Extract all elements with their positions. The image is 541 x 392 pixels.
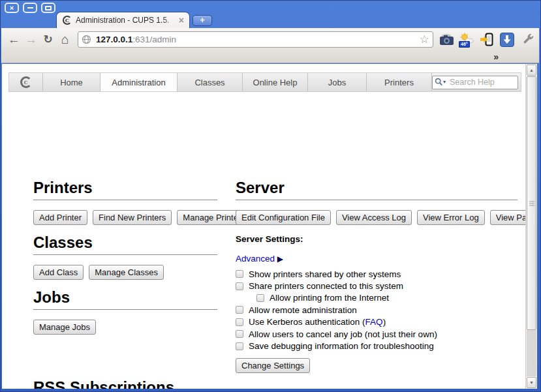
scroll-down-icon[interactable]: ▼ xyxy=(527,377,536,388)
url-text[interactable]: 127.0.0.1:631/admin xyxy=(96,35,420,44)
url-host: 127.0.0.1 xyxy=(96,35,132,44)
setting-row: Share printers connected to this system xyxy=(236,280,518,292)
setting-row: Show printers shared by other systems xyxy=(236,268,518,280)
printers-section: Printers Add Printer Find New Printers M… xyxy=(33,179,217,225)
minimize-bar-icon xyxy=(27,7,33,8)
printers-heading: Printers xyxy=(33,179,217,196)
weather-icon[interactable]: 46° xyxy=(459,32,474,48)
reload-icon[interactable]: ↻ xyxy=(40,31,57,48)
setting-label: Allow remote administration xyxy=(249,305,357,315)
browser-window: × C Administration - CUPS 1.5. × + ← → ↻… xyxy=(0,0,541,392)
server-section: Server Edit Configuration File View Acce… xyxy=(236,179,518,382)
advanced-arrow-icon[interactable]: ▶ xyxy=(277,254,283,264)
server-heading: Server xyxy=(236,179,518,196)
page-scrollbar[interactable]: ▲ ▼ xyxy=(525,64,537,389)
close-window-icon[interactable]: × xyxy=(5,3,19,13)
add-printer-button[interactable]: Add Printer xyxy=(33,210,87,225)
search-area: ▾ xyxy=(432,73,521,91)
jobs-heading: Jobs xyxy=(33,288,217,306)
setting-row: Use Kerberos authentication (FAQ) xyxy=(236,316,518,328)
cups-logo-icon: C xyxy=(20,76,32,88)
setting-label: Allow printing from the Internet xyxy=(270,293,389,303)
bookmarks-bar: » xyxy=(1,51,539,63)
advanced-link[interactable]: Advanced xyxy=(236,254,275,264)
setting-label: Show printers shared by other systems xyxy=(249,269,401,279)
tab-classes[interactable]: Classes xyxy=(178,73,243,91)
search-dropdown-icon[interactable]: ▾ xyxy=(443,79,446,85)
change-settings-button[interactable]: Change Settings xyxy=(236,358,310,373)
setting-row: Allow users to cancel any job (not just … xyxy=(236,328,518,340)
server-settings-checkboxes: Show printers shared by other systems Sh… xyxy=(236,268,518,352)
home-icon[interactable]: ⌂ xyxy=(57,31,74,48)
forward-icon[interactable]: → xyxy=(22,31,39,48)
use-kerberos-checkbox[interactable] xyxy=(236,318,243,326)
scrollbar-track[interactable] xyxy=(527,330,536,376)
extension-icons: 46° xyxy=(439,32,535,48)
left-column: Printers Add Printer Find New Printers M… xyxy=(33,179,217,343)
url-path: :631/admin xyxy=(132,35,176,44)
tab-title: Administration - CUPS 1.5. xyxy=(76,16,178,25)
window-controls: × xyxy=(5,3,55,13)
back-icon[interactable]: ← xyxy=(5,31,22,48)
titlebar: × C Administration - CUPS 1.5. × + xyxy=(1,1,540,28)
scrollbar-thumb[interactable] xyxy=(527,76,536,330)
bookmarks-overflow-icon[interactable]: » xyxy=(493,52,499,62)
scroll-up-icon[interactable]: ▲ xyxy=(527,65,536,76)
jobs-section: Jobs Manage Jobs xyxy=(33,288,217,335)
tab-home[interactable]: Home xyxy=(43,73,100,91)
setting-label: Allow users to cancel any job (not just … xyxy=(249,329,437,339)
minimize-window-icon[interactable] xyxy=(23,3,37,13)
maximize-box-icon xyxy=(45,6,52,10)
cups-navbar: C Home Administration Classes Online Hel… xyxy=(8,72,521,92)
setting-row: Allow remote administration xyxy=(236,304,518,316)
view-error-log-button[interactable]: View Error Log xyxy=(417,210,485,225)
bookmark-star-icon[interactable]: ☆ xyxy=(420,34,429,45)
divider xyxy=(33,309,217,310)
address-bar[interactable]: 127.0.0.1:631/admin ☆ xyxy=(78,31,433,48)
save-debug-info-checkbox[interactable] xyxy=(236,342,243,350)
browser-toolbar: ← → ↻ ⌂ 127.0.0.1:631/admin ☆ xyxy=(1,28,539,51)
setting-row: Save debugging information for troublesh… xyxy=(236,340,518,352)
setting-label: Share printers connected to this system xyxy=(249,281,403,291)
allow-internet-printing-checkbox[interactable] xyxy=(256,294,264,302)
download-extension-icon[interactable] xyxy=(499,32,515,48)
cups-favicon-icon: C xyxy=(63,16,72,25)
divider xyxy=(236,200,518,200)
send-to-phone-icon[interactable] xyxy=(479,32,495,48)
tab-online-help[interactable]: Online Help xyxy=(243,73,308,91)
manage-jobs-button[interactable]: Manage Jobs xyxy=(33,320,96,335)
divider xyxy=(33,200,217,200)
allow-remote-admin-checkbox[interactable] xyxy=(236,306,243,314)
add-class-button[interactable]: Add Class xyxy=(33,265,84,280)
cups-logo-tab[interactable]: C xyxy=(9,73,43,91)
setting-label: Use Kerberos authentication ( xyxy=(249,317,365,327)
new-tab-button[interactable]: + xyxy=(193,15,212,26)
globe-icon xyxy=(82,35,91,44)
tab-printers[interactable]: Printers xyxy=(367,73,432,91)
divider xyxy=(33,254,217,255)
maximize-window-icon[interactable] xyxy=(41,3,55,13)
manage-classes-button[interactable]: Manage Classes xyxy=(89,265,164,280)
browser-tab[interactable]: C Administration - CUPS 1.5. × xyxy=(56,12,190,28)
classes-section: Classes Add Class Manage Classes xyxy=(33,234,217,280)
tab-close-icon[interactable]: × xyxy=(178,16,185,25)
show-shared-printers-checkbox[interactable] xyxy=(236,270,243,278)
wrench-settings-icon[interactable] xyxy=(519,32,535,48)
server-settings-label: Server Settings: xyxy=(236,234,518,245)
share-printers-checkbox[interactable] xyxy=(236,282,243,290)
scrollbar-grip-icon xyxy=(529,200,534,207)
setting-label: Save debugging information for troublesh… xyxy=(249,341,434,351)
setting-label-suffix: ) xyxy=(383,317,386,327)
rss-subscriptions-section: RSS Subscriptions Add RSS Subscription N… xyxy=(33,378,521,389)
faq-link[interactable]: FAQ xyxy=(365,317,383,327)
find-new-printers-button[interactable]: Find New Printers xyxy=(93,210,172,225)
view-access-log-button[interactable]: View Access Log xyxy=(336,210,412,225)
screenshot-camera-icon[interactable] xyxy=(439,32,454,48)
edit-configuration-file-button[interactable]: Edit Configuration File xyxy=(236,210,331,225)
tab-jobs[interactable]: Jobs xyxy=(308,73,367,91)
setting-row: Allow printing from the Internet xyxy=(236,292,518,304)
search-icon: ▾ xyxy=(435,78,446,87)
allow-cancel-any-job-checkbox[interactable] xyxy=(236,330,243,338)
classes-heading: Classes xyxy=(33,234,217,251)
tab-administration[interactable]: Administration xyxy=(100,73,178,91)
